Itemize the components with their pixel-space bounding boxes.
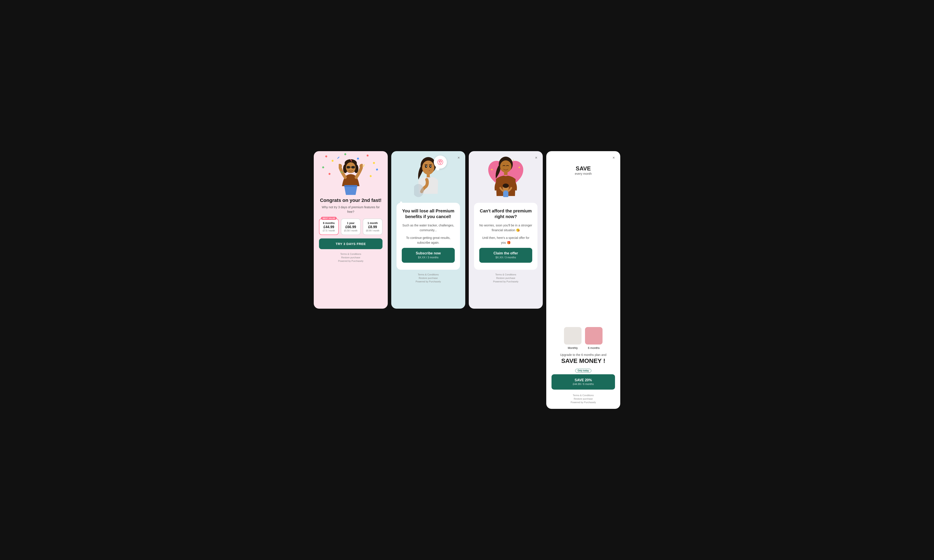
svg-rect-5 bbox=[347, 166, 350, 168]
screens-container: Congrats on your 2nd fast! Why not try 3… bbox=[314, 151, 620, 409]
character-3-illustration bbox=[491, 155, 521, 199]
plan-1year-per-month: £5.58 / month bbox=[343, 229, 358, 232]
screen1-subtitle: Why not try 3 days of premium features f… bbox=[319, 205, 383, 214]
svg-point-17 bbox=[422, 160, 434, 175]
screen-4-card: × SAVE every month Monthly 6 months Upgr… bbox=[546, 151, 620, 409]
screen2-content-box: You will lose all Premium benefits if yo… bbox=[397, 203, 460, 270]
save-20-label: SAVE 20% bbox=[575, 378, 592, 382]
plan-1month-price: £8.99 bbox=[365, 225, 380, 229]
screen2-footer: Terms & Conditions Restore purchase Powe… bbox=[397, 273, 460, 283]
plan-1month-per-month: £8.99 / month bbox=[365, 229, 380, 232]
claim-sublabel: $X.XX / 3 months bbox=[496, 256, 516, 259]
screen3-illustration: ✦ ✦ ✦ ✦ bbox=[474, 151, 537, 199]
save-title: SAVE bbox=[551, 165, 615, 172]
screen3-body1: No worries, soon you'll be in a stronger… bbox=[479, 223, 532, 233]
screen4-footer: Terms & Conditions Restore purchase Powe… bbox=[551, 394, 615, 404]
screen1-illustration bbox=[319, 151, 383, 195]
screen-2-card: × bbox=[391, 151, 465, 309]
6months-plan-option[interactable]: 6 months bbox=[585, 327, 602, 349]
plan-6months-period: 6 months bbox=[321, 222, 337, 225]
best-value-badge: BEST VALUE bbox=[321, 217, 337, 220]
claim-label: Claim the offer bbox=[494, 251, 518, 255]
terms-link-2[interactable]: Terms & Conditions bbox=[418, 273, 438, 276]
plan-1year[interactable]: 1 year £66.99 £5.58 / month bbox=[341, 218, 361, 235]
terms-link-4[interactable]: Terms & Conditions bbox=[573, 394, 594, 397]
screen-1-card: Congrats on your 2nd fast! Why not try 3… bbox=[314, 151, 388, 309]
svg-point-21 bbox=[430, 166, 431, 167]
only-today-badge: Only today bbox=[575, 369, 591, 372]
try-free-button[interactable]: TRY 3 DAYS FREE bbox=[319, 238, 383, 249]
svg-point-20 bbox=[426, 166, 427, 167]
plan-1year-period: 1 year bbox=[343, 222, 358, 225]
svg-point-23 bbox=[425, 169, 429, 173]
diamond-bubble bbox=[434, 155, 447, 169]
powered-link-3: Powered by Purchasely bbox=[493, 280, 519, 283]
close-button-4[interactable]: × bbox=[611, 155, 617, 161]
screen2-heading: You will lose all Premium benefits if yo… bbox=[402, 208, 455, 219]
save-20-sublabel: £44.99 / 6 months bbox=[556, 383, 611, 386]
monthly-plan-box bbox=[564, 327, 582, 345]
screen2-body2: To continue getting great results, subsc… bbox=[402, 235, 455, 245]
screen-3-card: × ✦ ✦ ✦ ✦ bbox=[469, 151, 543, 309]
powered-link-2: Powered by Purchasely bbox=[415, 280, 441, 283]
plans-row: BEST VALUE 6 months £44.99 £7.5 / month … bbox=[319, 218, 383, 235]
restore-link-1[interactable]: Restore purchase bbox=[341, 256, 360, 259]
monthly-plan-label: Monthly bbox=[568, 346, 578, 349]
powered-link-4: Powered by Purchasely bbox=[571, 401, 596, 404]
plan-6months[interactable]: BEST VALUE 6 months £44.99 £7.5 / month bbox=[319, 218, 339, 235]
svg-rect-31 bbox=[504, 172, 508, 175]
screen2-illustration bbox=[397, 151, 460, 199]
bubble-dot bbox=[400, 202, 402, 204]
svg-rect-10 bbox=[344, 185, 357, 187]
character-1-illustration bbox=[339, 158, 363, 195]
screen3-footer: Terms & Conditions Restore purchase Powe… bbox=[474, 273, 537, 283]
save-money-title: SAVE MONEY ! bbox=[551, 357, 615, 365]
plan-1month-period: 1 month bbox=[365, 222, 380, 225]
plan-1year-price: £66.99 bbox=[343, 225, 358, 229]
subscribe-label: Subscribe now bbox=[416, 251, 441, 255]
svg-point-33 bbox=[503, 183, 509, 188]
subscribe-button[interactable]: Subscribe now $X.XX / 3 months bbox=[402, 248, 455, 263]
svg-point-30 bbox=[500, 160, 511, 172]
restore-link-3[interactable]: Restore purchase bbox=[496, 277, 516, 279]
screen2-body1: Such as the water tracker, challenges, c… bbox=[402, 223, 455, 233]
screen1-footer: Terms & Conditions Restore purchase Powe… bbox=[319, 253, 383, 262]
screen3-heading: Can't afford the premium right now? bbox=[479, 208, 532, 219]
claim-offer-button[interactable]: Claim the offer $X.XX / 3 months bbox=[479, 248, 532, 263]
monthly-plan-option[interactable]: Monthly bbox=[564, 327, 582, 349]
6months-plan-box bbox=[585, 327, 602, 345]
save-sub: every month bbox=[551, 172, 615, 175]
screen3-body2: Until then, here's a special offer for y… bbox=[479, 235, 532, 245]
screen3-content-box: Can't afford the premium right now? No w… bbox=[474, 203, 537, 270]
svg-rect-22 bbox=[427, 174, 430, 177]
restore-link-4[interactable]: Restore purchase bbox=[574, 397, 593, 400]
screen1-title: Congrats on your 2nd fast! bbox=[319, 197, 383, 203]
terms-link-3[interactable]: Terms & Conditions bbox=[495, 273, 516, 276]
terms-link-1[interactable]: Terms & Conditions bbox=[340, 253, 361, 255]
powered-link-1: Powered by Purchasely bbox=[338, 260, 363, 262]
subscribe-sublabel: $X.XX / 3 months bbox=[418, 256, 438, 259]
upgrade-text: Upgrade to the 6 months plan and bbox=[551, 353, 615, 357]
screen4-save-header: SAVE every month bbox=[551, 165, 615, 323]
plan-1month[interactable]: 1 month £8.99 £8.99 / month bbox=[363, 218, 383, 235]
svg-rect-34 bbox=[503, 191, 508, 197]
restore-link-2[interactable]: Restore purchase bbox=[419, 277, 438, 279]
save-20-button[interactable]: SAVE 20% £44.99 / 6 months bbox=[551, 374, 615, 389]
plan-options-row: Monthly 6 months bbox=[551, 327, 615, 349]
plan-6months-price: £44.99 bbox=[321, 225, 337, 229]
svg-rect-6 bbox=[351, 166, 355, 168]
plan-6months-per-month: £7.5 / month bbox=[321, 229, 337, 232]
6months-plan-label: 6 months bbox=[588, 346, 599, 349]
